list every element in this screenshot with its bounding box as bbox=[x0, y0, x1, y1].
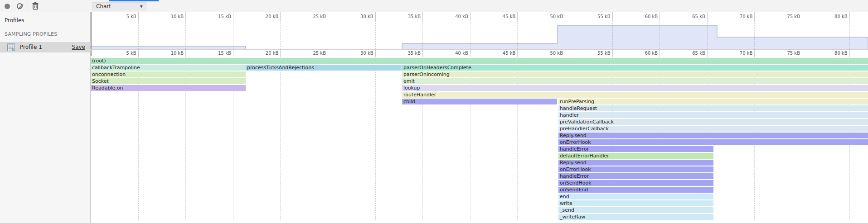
overview-gridline bbox=[707, 20, 708, 49]
overview-gridline bbox=[849, 20, 850, 49]
ruler-tick-label: 45 kB bbox=[488, 14, 515, 20]
flame-block-handleerror[interactable]: handleError bbox=[558, 146, 713, 152]
ruler-tick-label: 30 kB bbox=[346, 14, 373, 20]
memory-profiler-panel: Chart ▼ Profiles SAMPLING PROFILES % Pro… bbox=[0, 0, 868, 223]
ruler-tick-mark bbox=[375, 50, 376, 56]
flame-block-onerrorhook[interactable]: onErrorHook bbox=[558, 166, 713, 172]
ruler-tick-label: 60 kB bbox=[630, 14, 658, 20]
flame-block-onsendhook[interactable]: onSendHook bbox=[558, 180, 713, 186]
ruler-tick-label: 55 kB bbox=[583, 50, 611, 57]
overview-gridline bbox=[328, 20, 328, 49]
ruler-tick-mark bbox=[233, 12, 233, 20]
flame-block-onconnection[interactable]: onconnection bbox=[91, 71, 246, 77]
overview-gridline bbox=[138, 20, 139, 49]
ruler-tick-label: 45 kB bbox=[488, 50, 515, 57]
overview-gridline bbox=[233, 20, 233, 49]
ruler-tick-mark bbox=[849, 50, 850, 56]
ruler-tick-mark bbox=[707, 50, 708, 56]
ruler-tick-mark bbox=[754, 12, 755, 20]
overview-bottom-border bbox=[91, 49, 868, 50]
overview-range-selector[interactable] bbox=[91, 20, 868, 49]
overview-gridline bbox=[185, 20, 186, 49]
ruler-tick-label: 25 kB bbox=[299, 50, 326, 57]
overview-gridline bbox=[422, 20, 423, 49]
flame-block-handleerror[interactable]: handleError bbox=[558, 173, 713, 179]
flame-block-write-[interactable]: write_ bbox=[558, 200, 713, 206]
flame-block-readable-on[interactable]: Readable.on bbox=[91, 85, 246, 91]
ruler-tick-mark bbox=[280, 12, 281, 20]
ruler-tick-label: 70 kB bbox=[725, 50, 752, 57]
ruler-tick-mark bbox=[754, 50, 755, 56]
ruler-tick-label: 35 kB bbox=[393, 50, 421, 57]
overview-gridline bbox=[565, 20, 565, 49]
flame-block-socket[interactable]: Socket bbox=[91, 78, 246, 84]
ruler-tick-label: 50 kB bbox=[536, 50, 563, 57]
ruler-tick-mark bbox=[185, 50, 186, 56]
ruler-tick-mark bbox=[707, 12, 708, 20]
ruler-tick-label: 10 kB bbox=[156, 50, 184, 57]
ruler-tick-label: 65 kB bbox=[678, 50, 705, 57]
flame-block-handlerequest[interactable]: handleRequest bbox=[558, 105, 868, 111]
ruler-tick-mark bbox=[185, 12, 186, 20]
ruler-tick-mark bbox=[565, 12, 565, 20]
ruler-tick-mark bbox=[517, 12, 518, 20]
flame-block-defaulterrorhandler[interactable]: defaultErrorHandler bbox=[558, 153, 713, 159]
ruler-tick-label: 5 kB bbox=[109, 14, 136, 20]
flame-block-onsendend[interactable]: onSendEnd bbox=[558, 187, 713, 193]
overview-gridline bbox=[754, 20, 755, 49]
flame-gridline bbox=[280, 56, 281, 220]
ruler-tick-label: 25 kB bbox=[299, 14, 326, 20]
flame-gridline bbox=[328, 56, 328, 220]
overview-gridline bbox=[517, 20, 518, 49]
flame-block-lookup[interactable]: lookup bbox=[402, 85, 868, 91]
ruler-tick-mark bbox=[659, 50, 660, 56]
ruler-tick-mark bbox=[565, 50, 565, 56]
ruler-tick-label: 40 kB bbox=[441, 14, 468, 20]
ruler-tick-mark bbox=[612, 12, 613, 20]
flame-block-runpreparsing[interactable]: runPreParsing bbox=[558, 99, 868, 104]
ruler-tick-label: 65 kB bbox=[678, 14, 705, 20]
ruler-tick-mark bbox=[470, 50, 470, 56]
overview-gridline bbox=[659, 20, 660, 49]
flame-block-parseronincoming[interactable]: parserOnIncoming bbox=[402, 71, 868, 77]
ruler-tick-label: 70 kB bbox=[725, 14, 752, 20]
flame-block-reply-send[interactable]: Reply.send bbox=[558, 133, 868, 138]
flame-block--root-[interactable]: (root) bbox=[91, 58, 868, 64]
ruler-tick-mark bbox=[280, 50, 281, 56]
ruler-tick-label: 40 kB bbox=[441, 50, 468, 57]
ruler-tick-label: 5 kB bbox=[109, 50, 136, 57]
ruler-tick-mark bbox=[328, 50, 328, 56]
flame-block-parseronheaderscomplete[interactable]: parserOnHeadersComplete bbox=[402, 65, 868, 71]
flame-block-routehandler[interactable]: routeHandler bbox=[402, 92, 868, 98]
ruler-tick-label: 35 kB bbox=[393, 14, 421, 20]
ruler-tick-label: 20 kB bbox=[251, 50, 278, 57]
ruler-tick-mark bbox=[233, 50, 233, 56]
overview-gridline bbox=[802, 20, 802, 49]
flame-block-processticksandrejections[interactable]: processTicksAndRejections bbox=[246, 65, 402, 71]
ruler-tick-mark bbox=[422, 12, 423, 20]
flame-block-prehandlercallback[interactable]: preHandlerCallback bbox=[558, 126, 868, 132]
flame-block-reply-send[interactable]: Reply.send bbox=[558, 160, 713, 166]
ruler-tick-label: 80 kB bbox=[820, 50, 848, 57]
ruler-tick-mark bbox=[470, 12, 470, 20]
flame-block-callbacktrampoline[interactable]: callbackTrampoline bbox=[91, 65, 246, 71]
flame-block-handler[interactable]: handler bbox=[558, 112, 868, 118]
flame-block--writeraw[interactable]: _writeRaw bbox=[558, 214, 713, 220]
flame-block-prevalidationcallback[interactable]: preValidationCallback bbox=[558, 119, 868, 125]
ruler-tick-label: 50 kB bbox=[536, 14, 563, 20]
ruler-tick-label: 75 kB bbox=[773, 14, 800, 20]
ruler-tick-mark bbox=[659, 12, 660, 20]
flame-block-onerrorhook[interactable]: onErrorHook bbox=[558, 139, 868, 145]
flame-block-end[interactable]: end bbox=[558, 194, 713, 199]
ruler-tick-label: 10 kB bbox=[156, 14, 184, 20]
overview-gridline bbox=[375, 20, 376, 49]
ruler-tick-label: 30 kB bbox=[346, 50, 373, 57]
overview-gridline bbox=[280, 20, 281, 49]
ruler-tick-label: 20 kB bbox=[251, 14, 278, 20]
flame-block--send[interactable]: _send bbox=[558, 207, 713, 213]
flame-block-emit[interactable]: emit bbox=[402, 78, 868, 84]
flame-gridline bbox=[375, 56, 376, 220]
ruler-tick-label: 75 kB bbox=[773, 50, 800, 57]
ruler-tick-mark bbox=[802, 12, 802, 20]
flame-block-child[interactable]: child bbox=[402, 99, 557, 104]
